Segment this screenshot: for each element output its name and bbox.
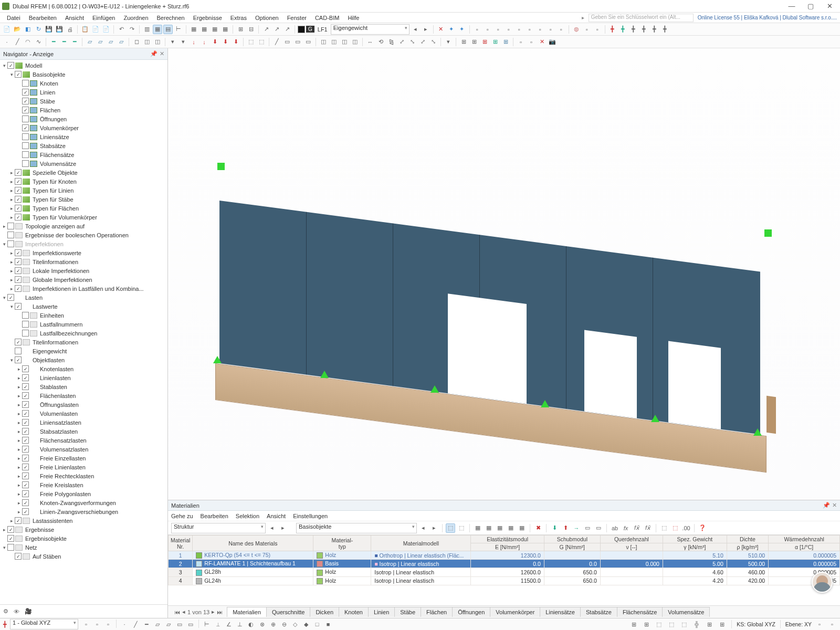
- m5-icon[interactable]: ▫: [514, 25, 524, 34]
- doc2-icon[interactable]: 📄: [101, 25, 111, 34]
- sbr6-icon[interactable]: ╬: [692, 620, 701, 629]
- nl1-icon[interactable]: ↓: [189, 37, 198, 47]
- sbr9-icon[interactable]: ▫: [815, 620, 824, 629]
- bpt2-icon[interactable]: ⬚: [457, 523, 466, 533]
- q1-icon[interactable]: ▫: [516, 37, 526, 47]
- x3-icon[interactable]: ✦: [457, 25, 467, 34]
- tree-node[interactable]: ▸ ✓ Imperfektionswerte: [0, 248, 167, 257]
- grid3-icon[interactable]: ⊞: [480, 37, 489, 47]
- tree-node[interactable]: Öffnungen: [0, 114, 167, 123]
- tree-node[interactable]: ▸ ✓ Ergebnisse: [0, 525, 167, 534]
- ax-icon[interactable]: ╋: [608, 25, 617, 34]
- tree-node[interactable]: Lastfallbezeichnungen: [0, 329, 167, 338]
- bpt1-icon[interactable]: ⬚: [446, 523, 455, 533]
- tree-node[interactable]: ▸ ✓ Imperfektionen in Lastfällen und Kom…: [0, 284, 167, 293]
- doc-icon[interactable]: 📄: [91, 25, 100, 34]
- m7-icon[interactable]: ▫: [536, 25, 545, 34]
- tree-node[interactable]: Stabsätze: [0, 141, 167, 150]
- tree-node[interactable]: ▸ ✓ Freie Einzellasten: [0, 454, 167, 463]
- sb13-icon[interactable]: ∠: [224, 620, 234, 629]
- q2-icon[interactable]: ▫: [527, 37, 536, 47]
- materials-table[interactable]: MaterialNr. Name des Materials Material-…: [168, 535, 840, 585]
- cur-icon[interactable]: ▾: [444, 37, 453, 47]
- tree-node[interactable]: ▾ ✓ Basisobjekte: [0, 70, 167, 79]
- surf4-icon[interactable]: ▱: [117, 37, 126, 47]
- ln-icon[interactable]: ╱: [13, 37, 22, 47]
- pager-prev-icon[interactable]: ◂: [182, 608, 185, 615]
- loadcase-dropdown[interactable]: Eigengewicht: [331, 24, 410, 35]
- sb21-icon[interactable]: □: [312, 620, 322, 629]
- ax2-icon[interactable]: ╋: [618, 25, 628, 34]
- bpt-fx3-icon[interactable]: fx̄: [643, 523, 653, 533]
- sb4-icon[interactable]: ·: [120, 620, 129, 629]
- bp-menu-item[interactable]: Bearbeiten: [201, 513, 228, 519]
- v3-icon[interactable]: ▭: [293, 37, 302, 47]
- bpt-out2-icon[interactable]: ▭: [594, 523, 603, 533]
- tree-node[interactable]: ▸ ✓ Linien-Zwangsverschiebungen: [0, 507, 167, 516]
- tree-node[interactable]: Knoten: [0, 79, 167, 88]
- menu-datei[interactable]: Datei: [3, 14, 24, 22]
- tree-node[interactable]: Liniensätze: [0, 132, 167, 141]
- axis-icon[interactable]: ╋: [3, 621, 7, 627]
- tree-node[interactable]: ▸ ✓ Öffnungslasten: [0, 400, 167, 409]
- sb11-icon[interactable]: ⊢: [202, 620, 212, 629]
- beam2-icon[interactable]: ━: [59, 37, 69, 47]
- bottom-tab[interactable]: Liniensätze: [540, 607, 581, 617]
- c3-icon[interactable]: ▫: [593, 25, 602, 34]
- m3-icon[interactable]: ▫: [494, 25, 503, 34]
- iso2-icon[interactable]: ◫: [329, 37, 339, 47]
- beam-icon[interactable]: ━: [49, 37, 58, 47]
- close-button[interactable]: ✕: [821, 1, 838, 12]
- arr2-icon[interactable]: ↗: [272, 25, 281, 34]
- sb20-icon[interactable]: ◆: [301, 620, 311, 629]
- saveas-icon[interactable]: 💾: [55, 25, 64, 34]
- t1-icon[interactable]: ⊞: [236, 25, 245, 34]
- tree-node[interactable]: ▾ ✓ Objektlasten: [0, 355, 167, 364]
- panel2-icon[interactable]: ▦: [153, 25, 162, 34]
- sb17-icon[interactable]: ⊕: [268, 620, 278, 629]
- maximize-button[interactable]: ▢: [802, 1, 819, 12]
- table-row[interactable]: 1 KERTO-Qp (54 <= t <= 75) Holz ■ Orthot…: [169, 551, 840, 560]
- structure-dropdown[interactable]: Struktur: [171, 523, 266, 533]
- bpt5-icon[interactable]: ▦: [495, 523, 505, 533]
- arc-icon[interactable]: ◠: [23, 37, 33, 47]
- tree-node[interactable]: ▸ ✓ Volumenlasten: [0, 409, 167, 418]
- ax3-icon[interactable]: ╋: [629, 25, 638, 34]
- menu-zuordnen[interactable]: Zuordnen: [120, 14, 152, 22]
- grid2-icon[interactable]: ⊞: [469, 37, 479, 47]
- sb19-icon[interactable]: ◇: [290, 620, 300, 629]
- x1-icon[interactable]: ✕: [436, 25, 446, 34]
- beam3-icon[interactable]: ━: [70, 37, 79, 47]
- refresh-icon[interactable]: ↻: [34, 25, 43, 34]
- sc3-icon[interactable]: ⤢: [418, 37, 427, 47]
- t2-icon[interactable]: ⊟: [246, 25, 256, 34]
- sb22-icon[interactable]: ■: [323, 620, 333, 629]
- tree-node[interactable]: ▸ ✓ Typen für Stäbe: [0, 195, 167, 204]
- model-viewport[interactable]: [168, 48, 840, 500]
- nl3-icon[interactable]: ⬇: [210, 37, 219, 47]
- g1-icon[interactable]: ▦: [189, 25, 198, 34]
- navigator-pin-icon[interactable]: 📌: [150, 50, 158, 57]
- v1-icon[interactable]: ╱: [272, 37, 281, 47]
- sbr1-icon[interactable]: ⊞: [629, 620, 638, 629]
- tree-node[interactable]: ▸ ✓ Knoten-Zwangsverformungen: [0, 498, 167, 507]
- tree-node[interactable]: ▾ ✓ Lastwerte: [0, 302, 167, 311]
- tree-node[interactable]: ✓ Volumenkörper: [0, 123, 167, 132]
- surf3-icon[interactable]: ▱: [106, 37, 116, 47]
- ax4-icon[interactable]: ╋: [639, 25, 649, 34]
- sbr4-icon[interactable]: ⬚: [667, 620, 676, 629]
- dim-icon[interactable]: ⊢: [174, 25, 183, 34]
- sbr2-icon[interactable]: ⊞: [642, 620, 651, 629]
- bottom-tab[interactable]: Stabsätze: [580, 607, 617, 617]
- arr3-icon[interactable]: ↗: [282, 25, 292, 34]
- dd2-next-icon[interactable]: ▸: [429, 523, 439, 533]
- tree-node[interactable]: ▸ ✓ Typen für Flächen: [0, 204, 167, 213]
- surf2-icon[interactable]: ▱: [96, 37, 105, 47]
- bpt-del-icon[interactable]: ✖: [533, 523, 543, 533]
- x2-icon[interactable]: ✦: [447, 25, 456, 34]
- bpt-u3-icon[interactable]: .00: [681, 523, 691, 533]
- tree-node[interactable]: ▸ ✓ Typen für Linien: [0, 186, 167, 195]
- sbr10-icon[interactable]: ▫: [827, 620, 837, 629]
- iso4-icon[interactable]: ◫: [350, 37, 360, 47]
- tree-node[interactable]: ✓ Stäbe: [0, 97, 167, 106]
